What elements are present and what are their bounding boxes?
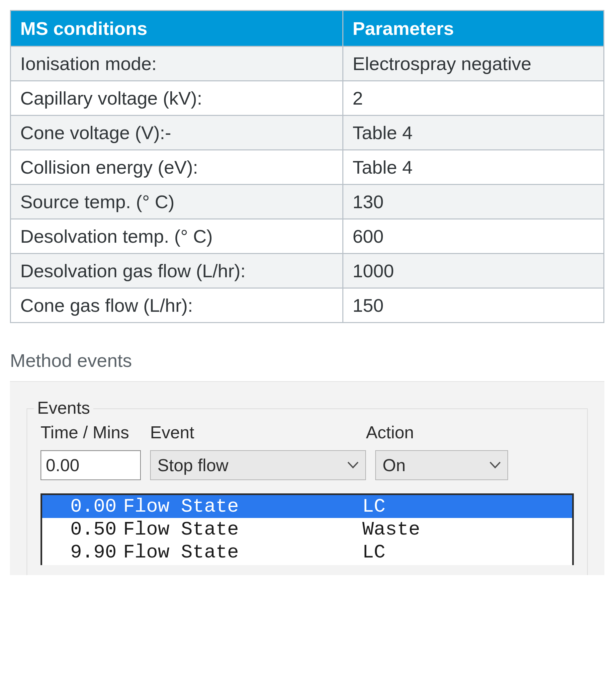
chevron-down-icon: [489, 461, 501, 469]
events-groupbox: Events Time / Mins Event Action Stop flo…: [27, 408, 588, 575]
action-combobox[interactable]: On: [375, 450, 508, 480]
list-item-event: Flow State: [123, 496, 362, 517]
ms-row-label: Capillary voltage (kV):: [10, 81, 343, 116]
event-combobox-text: Stop flow: [158, 455, 228, 475]
list-item[interactable]: 9.90 Flow State LC: [42, 541, 572, 564]
ms-row-value: Table 4: [343, 116, 604, 150]
list-item-time: 0.50: [50, 519, 123, 540]
table-row: Source temp. (° C) 130: [10, 185, 604, 219]
header-event: Event: [150, 422, 366, 442]
list-item-event: Flow State: [123, 519, 362, 540]
list-item-event: Flow State: [123, 542, 362, 563]
ms-row-value: 600: [343, 219, 604, 254]
table-row: Desolvation temp. (° C) 600: [10, 219, 604, 254]
ms-table-header-left: MS conditions: [10, 11, 343, 47]
table-row: Desolvation gas flow (L/hr): 1000: [10, 254, 604, 288]
events-groupbox-legend: Events: [34, 398, 93, 418]
ms-row-label: Desolvation gas flow (L/hr):: [10, 254, 343, 288]
action-combobox-text: On: [383, 455, 405, 475]
header-action: Action: [366, 422, 499, 442]
table-row: Capillary voltage (kV): 2: [10, 81, 604, 116]
method-events-title: Method events: [10, 350, 606, 371]
list-item-action: LC: [362, 542, 564, 563]
events-listbox[interactable]: 0.00 Flow State LC 0.50 Flow State Waste…: [40, 493, 574, 565]
ms-row-label: Ionisation mode:: [10, 47, 343, 81]
list-item-time: 0.00: [50, 496, 123, 517]
header-time: Time / Mins: [40, 422, 150, 442]
ms-row-label: Cone gas flow (L/hr):: [10, 288, 343, 323]
list-item[interactable]: 0.50 Flow State Waste: [42, 518, 572, 541]
ms-row-value: Electrospray negative: [343, 47, 604, 81]
ms-row-label: Collision energy (eV):: [10, 150, 343, 185]
time-input[interactable]: [40, 450, 141, 480]
ms-conditions-table: MS conditions Parameters Ionisation mode…: [10, 10, 605, 323]
list-item[interactable]: 0.00 Flow State LC: [42, 495, 572, 518]
ms-row-value: 2: [343, 81, 604, 116]
event-combobox[interactable]: Stop flow: [150, 450, 366, 480]
ms-row-label: Source temp. (° C): [10, 185, 343, 219]
ms-row-label: Cone voltage (V):-: [10, 116, 343, 150]
ms-row-value: 130: [343, 185, 604, 219]
list-item-time: 9.90: [50, 542, 123, 563]
events-panel: Events Time / Mins Event Action Stop flo…: [10, 381, 605, 575]
list-item-action: LC: [362, 496, 564, 517]
list-item-action: Waste: [362, 519, 564, 540]
table-row: Collision energy (eV): Table 4: [10, 150, 604, 185]
events-inputs-row: Stop flow On: [40, 450, 574, 480]
chevron-down-icon: [347, 461, 359, 469]
ms-table-header-right: Parameters: [343, 11, 604, 47]
events-headers-row: Time / Mins Event Action: [40, 422, 574, 442]
table-row: Cone gas flow (L/hr): 150: [10, 288, 604, 323]
ms-row-label: Desolvation temp. (° C): [10, 219, 343, 254]
ms-row-value: 1000: [343, 254, 604, 288]
table-row: Cone voltage (V):- Table 4: [10, 116, 604, 150]
table-row: Ionisation mode: Electrospray negative: [10, 47, 604, 81]
ms-row-value: 150: [343, 288, 604, 323]
ms-row-value: Table 4: [343, 150, 604, 185]
